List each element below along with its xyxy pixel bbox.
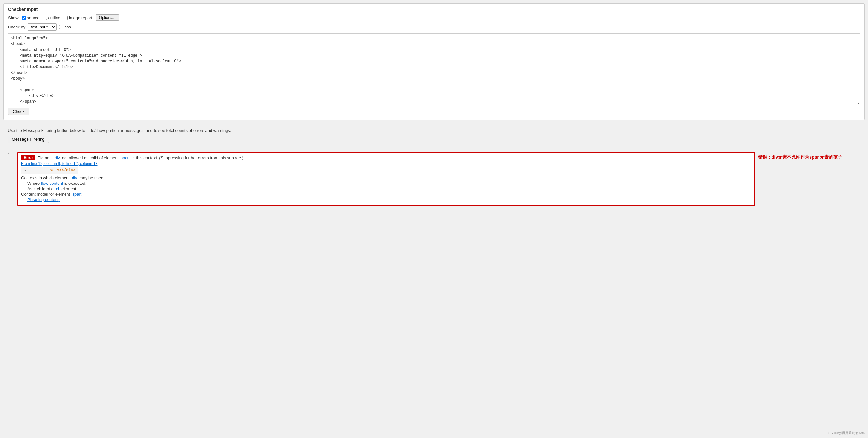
where-flow-line: Where flow content is expected. — [21, 181, 751, 186]
flow-content-link[interactable]: flow content — [41, 181, 63, 186]
phrasing-content-link[interactable]: Phrasing content. — [21, 197, 751, 202]
contexts-end: may be used: — [80, 176, 104, 180]
code-textarea[interactable]: <html lang="en"> <head> <meta charset="U… — [8, 34, 860, 104]
checker-title: Checker Input — [8, 7, 860, 12]
checker-panel: Checker Input Show source outline image … — [3, 3, 865, 120]
css-label: css — [65, 25, 71, 29]
contexts-div-link[interactable]: div — [72, 176, 77, 180]
error-badge: Error — [21, 155, 35, 160]
content-model-text: Content model for element — [21, 192, 70, 197]
child-prefix: As a child of a — [28, 186, 54, 191]
error-location-link[interactable]: From line 12, column 9; to line 12, colu… — [21, 162, 751, 166]
css-checkbox[interactable] — [59, 25, 63, 29]
results-section: 1. Error Element div not allowed as chil… — [3, 146, 865, 215]
error-mid-text: not allowed as child of element — [62, 155, 119, 160]
error-main-text: Element — [37, 155, 53, 160]
source-label: source — [27, 16, 40, 20]
outline-checkbox-group[interactable]: outline — [43, 16, 60, 20]
content-model-colon: : — [82, 192, 83, 197]
phrasing-end: . — [59, 197, 60, 202]
content-model-line: Content model for element span: — [21, 192, 751, 197]
message-filtering-button[interactable]: Message Filtering — [8, 136, 49, 143]
show-row: Show source outline image report Options… — [8, 14, 860, 21]
filter-section: Use the Message Filtering button below t… — [3, 125, 865, 146]
image-report-checkbox-group[interactable]: image report — [64, 16, 92, 20]
contexts-prefix: Contexts in which element — [21, 176, 70, 180]
result-number: 1. — [8, 152, 14, 157]
code-textarea-wrapper: <html lang="en"> <head> <meta charset="U… — [8, 33, 860, 105]
where-end: is expected. — [64, 181, 86, 186]
check-by-row: Check by text input file upload address … — [8, 23, 860, 31]
image-report-checkbox[interactable] — [64, 16, 68, 20]
show-label: Show — [8, 16, 19, 20]
child-end: element. — [61, 186, 77, 191]
outline-checkbox[interactable] — [43, 16, 47, 20]
options-button[interactable]: Options... — [95, 14, 119, 21]
outline-label: outline — [48, 16, 60, 20]
contexts-line: Contexts in which element div may be use… — [21, 176, 751, 180]
error-span-link[interactable]: span — [120, 155, 129, 160]
check-button[interactable]: Check — [8, 108, 29, 115]
error-div-link[interactable]: div — [55, 155, 60, 160]
source-checkbox-group[interactable]: source — [22, 16, 40, 20]
code-textarea-container: <html lang="en"> <head> <meta charset="U… — [8, 33, 860, 105]
result-content: Error Element div not allowed as child o… — [17, 152, 755, 206]
code-snippet: ↵ ········ <div></div> — [21, 167, 78, 174]
check-by-select[interactable]: text input file upload address — [28, 23, 57, 31]
filter-hint: Use the Message Filtering button below t… — [8, 128, 860, 133]
image-report-label: image report — [69, 16, 92, 20]
chinese-annotation: 错误：div元素不允许作为span元素的孩子 — [758, 152, 860, 160]
source-checkbox[interactable] — [22, 16, 26, 20]
result-item: 1. Error Element div not allowed as chil… — [8, 149, 860, 208]
error-line: Error Element div not allowed as child o… — [21, 155, 751, 160]
snippet-dots: ········ — [29, 168, 48, 173]
child-dl-line: As a child of a dl element. — [21, 186, 751, 191]
error-end-text: in this context. (Suppressing further er… — [132, 155, 243, 160]
snippet-arrow-icon: ↵ — [24, 168, 26, 172]
css-checkbox-group[interactable]: css — [59, 25, 71, 29]
watermark: CSDN@明月几时有686 — [828, 431, 865, 435]
snippet-tag: <div></div> — [50, 168, 75, 173]
content-model-span-link[interactable]: span — [72, 192, 81, 197]
check-by-label: Check by — [8, 25, 25, 29]
dl-link[interactable]: dl — [56, 186, 59, 191]
phrasing-content-text: Phrasing content — [28, 197, 59, 202]
